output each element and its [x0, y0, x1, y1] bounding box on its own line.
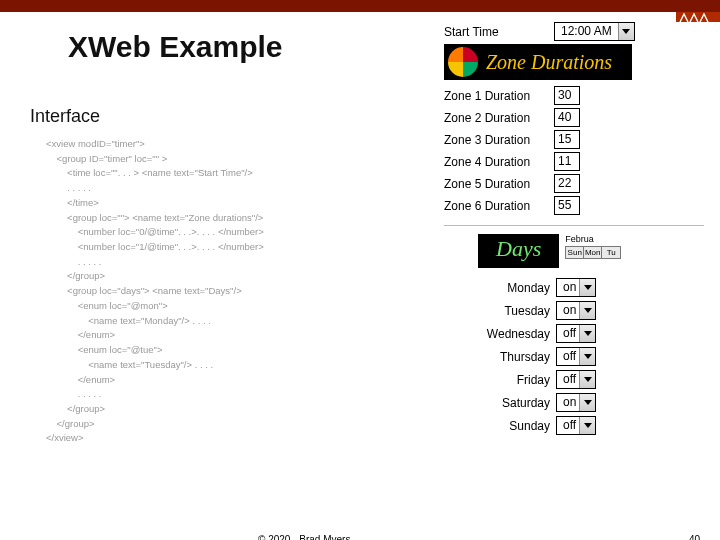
day-label: Saturday: [468, 396, 556, 410]
day-row: Sunday off: [468, 416, 704, 435]
day-row: Thursday off: [468, 347, 704, 366]
mini-calendar: Februa Sun Mon Tu: [565, 234, 621, 268]
day-label: Monday: [468, 281, 556, 295]
zone-row: Zone 3 Duration 15: [444, 130, 704, 149]
zone-label: Zone 6 Duration: [444, 199, 554, 213]
chevron-down-icon: [579, 371, 595, 388]
chevron-down-icon: [579, 348, 595, 365]
zone-label: Zone 4 Duration: [444, 155, 554, 169]
start-time-value: 12:00 AM: [555, 23, 618, 40]
day-value: off: [557, 417, 579, 434]
day-dropdown[interactable]: off: [556, 416, 596, 435]
day-dropdown[interactable]: off: [556, 324, 596, 343]
top-accent-bar: [0, 0, 720, 12]
mini-cal-day: Mon: [584, 247, 602, 258]
mini-cal-day: Tu: [602, 247, 620, 258]
day-dropdown[interactable]: on: [556, 393, 596, 412]
zone-label: Zone 3 Duration: [444, 133, 554, 147]
day-dropdown[interactable]: on: [556, 301, 596, 320]
start-time-dropdown[interactable]: 12:00 AM: [554, 22, 635, 41]
zone-input[interactable]: 40: [554, 108, 580, 127]
chevron-down-icon: [579, 279, 595, 296]
pie-chart-icon: [448, 47, 478, 77]
zone-input[interactable]: 11: [554, 152, 580, 171]
mini-cal-day: Sun: [566, 247, 584, 258]
slide-subheading: Interface: [30, 106, 438, 127]
day-value: off: [557, 325, 579, 342]
day-dropdown[interactable]: on: [556, 278, 596, 297]
day-value: off: [557, 371, 579, 388]
copyright-text: © 2020 - Brad Myers: [258, 534, 350, 540]
day-row: Wednesday off: [468, 324, 704, 343]
zone-label: Zone 5 Duration: [444, 177, 554, 191]
zone-input[interactable]: 30: [554, 86, 580, 105]
day-row: Saturday on: [468, 393, 704, 412]
day-label: Wednesday: [468, 327, 556, 341]
day-value: on: [557, 394, 579, 411]
day-row: Friday off: [468, 370, 704, 389]
start-time-label: Start Time: [444, 25, 554, 39]
zone-label: Zone 2 Duration: [444, 111, 554, 125]
zone-row: Zone 1 Duration 30: [444, 86, 704, 105]
page-number: 40: [689, 534, 700, 540]
zone-row: Zone 6 Duration 55: [444, 196, 704, 215]
day-label: Friday: [468, 373, 556, 387]
day-value: on: [557, 279, 579, 296]
slide-title: XWeb Example: [68, 30, 438, 64]
zone-label: Zone 1 Duration: [444, 89, 554, 103]
day-label: Thursday: [468, 350, 556, 364]
days-badge: Days: [478, 234, 559, 268]
chevron-down-icon: [579, 417, 595, 434]
day-dropdown[interactable]: off: [556, 347, 596, 366]
ui-mock-panel: Start Time 12:00 AM Zone Durations Zone …: [444, 12, 720, 540]
day-dropdown[interactable]: off: [556, 370, 596, 389]
chevron-down-icon: [579, 325, 595, 342]
chevron-down-icon: [579, 302, 595, 319]
days-block: Days Februa Sun Mon Tu Monday on: [444, 225, 704, 435]
mini-cal-month: Februa: [565, 234, 621, 244]
chevron-down-icon: [579, 394, 595, 411]
day-label: Sunday: [468, 419, 556, 433]
code-listing: <xview modID="timer"> <group ID="timer" …: [46, 137, 438, 446]
start-time-row: Start Time 12:00 AM: [444, 22, 704, 41]
day-value: on: [557, 302, 579, 319]
zone-input[interactable]: 15: [554, 130, 580, 149]
zone-row: Zone 2 Duration 40: [444, 108, 704, 127]
zone-durations-banner: Zone Durations: [444, 44, 632, 80]
zone-row: Zone 4 Duration 11: [444, 152, 704, 171]
zone-input[interactable]: 22: [554, 174, 580, 193]
day-row: Tuesday on: [468, 301, 704, 320]
days-badge-text: Days: [496, 236, 541, 261]
day-row: Monday on: [468, 278, 704, 297]
day-label: Tuesday: [468, 304, 556, 318]
day-value: off: [557, 348, 579, 365]
zone-row: Zone 5 Duration 22: [444, 174, 704, 193]
chevron-down-icon: [618, 23, 634, 40]
zone-input[interactable]: 55: [554, 196, 580, 215]
zone-banner-text: Zone Durations: [486, 51, 612, 74]
